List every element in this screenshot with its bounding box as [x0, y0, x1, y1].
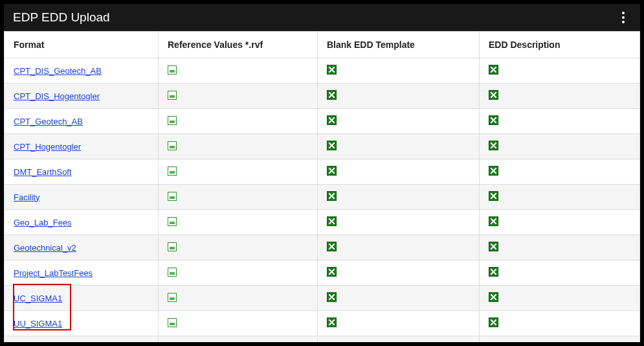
excel-file-icon[interactable] [489, 191, 498, 201]
excel-file-icon[interactable] [489, 267, 498, 277]
table-row: Facility [5, 185, 640, 210]
rvf-file-icon[interactable] [168, 116, 177, 125]
excel-file-icon[interactable] [489, 292, 498, 302]
col-header-blank-template: Blank EDD Template [318, 32, 480, 58]
excel-file-icon[interactable] [489, 115, 498, 125]
format-link[interactable]: Geo_Lab_Fees [14, 218, 72, 227]
col-header-description: EDD Description [480, 32, 640, 58]
excel-file-icon[interactable] [327, 115, 337, 125]
table-row: CPT_Geotech_AB [5, 109, 640, 134]
rvf-file-icon[interactable] [168, 192, 177, 201]
rvf-file-icon[interactable] [168, 268, 177, 277]
format-link[interactable]: UU_SIGMA1 [14, 319, 62, 329]
rvf-file-icon[interactable] [168, 293, 177, 302]
excel-file-icon[interactable] [489, 90, 498, 100]
table-row: EQEDD_v2 [5, 336, 640, 343]
excel-file-icon[interactable] [327, 90, 337, 100]
excel-file-icon[interactable] [489, 317, 498, 327]
excel-file-icon[interactable] [489, 166, 498, 176]
format-link[interactable]: UC_SIGMA1 [14, 294, 62, 303]
table-row: CPT_DIS_Geotech_AB [5, 58, 640, 84]
excel-file-icon[interactable] [489, 65, 498, 75]
table-row: Project_LabTestFees [5, 260, 640, 286]
rvf-file-icon[interactable] [168, 65, 177, 75]
table-row: Geo_Lab_Fees [5, 210, 640, 235]
col-header-format: Format [5, 32, 159, 58]
format-link[interactable]: CPT_DIS_Geotech_AB [14, 66, 102, 76]
format-link[interactable]: CPT_DIS_Hogentogler [14, 91, 100, 101]
edd-table: Format Reference Values *.rvf Blank EDD … [4, 31, 640, 342]
rvf-file-icon[interactable] [168, 141, 177, 150]
rvf-file-icon[interactable] [168, 91, 177, 100]
excel-file-icon[interactable] [327, 317, 337, 327]
excel-file-icon[interactable] [489, 216, 498, 226]
format-link[interactable]: Facility [14, 192, 39, 202]
rvf-file-icon[interactable] [168, 217, 177, 226]
excel-file-icon[interactable] [327, 166, 337, 176]
excel-file-icon[interactable] [327, 141, 337, 150]
excel-file-icon[interactable] [327, 216, 337, 226]
table-row: CPT_Hogentogler [5, 134, 640, 159]
table-row: CPT_DIS_Hogentogler [5, 84, 640, 109]
more-menu-icon[interactable] [616, 10, 631, 25]
format-link[interactable]: DMT_EarthSoft [14, 167, 72, 177]
format-link[interactable]: Project_LabTestFees [14, 268, 93, 278]
excel-file-icon[interactable] [489, 141, 498, 150]
rvf-file-icon[interactable] [168, 242, 177, 251]
col-header-reference: Reference Values *.rvf [159, 32, 318, 58]
table-row: UC_SIGMA1 [5, 286, 640, 311]
excel-file-icon[interactable] [327, 292, 337, 302]
rvf-file-icon[interactable] [168, 167, 177, 176]
format-link[interactable]: CPT_Hogentogler [14, 142, 81, 152]
card-header: EDP EDD Upload [4, 4, 640, 31]
rvf-file-icon[interactable] [168, 318, 177, 327]
upload-card: EDP EDD Upload Format Reference Values *… [4, 4, 640, 342]
format-link[interactable]: CPT_Geotech_AB [14, 117, 83, 126]
excel-file-icon[interactable] [327, 191, 337, 201]
table-row: Geotechnical_v2 [5, 235, 640, 260]
format-link[interactable]: Geotechnical_v2 [14, 243, 76, 253]
table-row: UU_SIGMA1 [5, 311, 640, 336]
table-container: Format Reference Values *.rvf Blank EDD … [4, 31, 640, 342]
excel-file-icon[interactable] [489, 242, 498, 251]
excel-file-icon[interactable] [327, 267, 337, 277]
excel-file-icon[interactable] [327, 242, 337, 251]
table-row: DMT_EarthSoft [5, 159, 640, 185]
card-title: EDP EDD Upload [13, 10, 110, 25]
excel-file-icon[interactable] [327, 65, 337, 75]
